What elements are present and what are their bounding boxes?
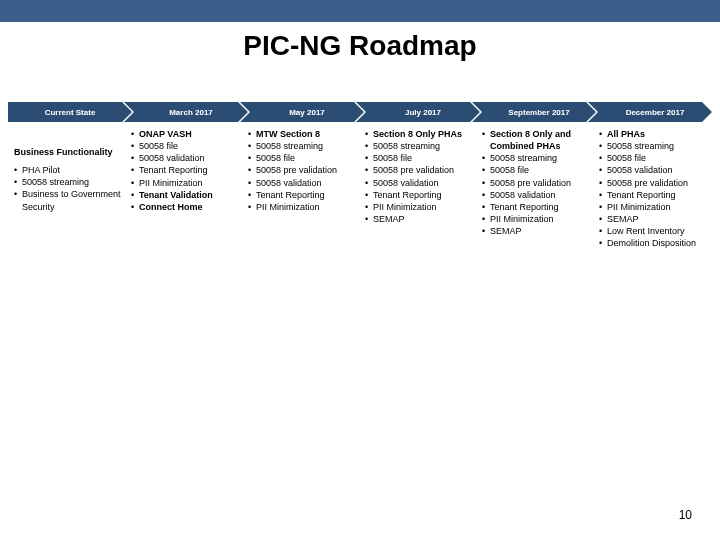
list-item: 50058 file bbox=[365, 152, 474, 164]
list-item: 50058 pre validation bbox=[482, 177, 591, 189]
list-item: SEMAP bbox=[365, 213, 474, 225]
header-arrow: December 2017 bbox=[588, 102, 712, 122]
list-item: 50058 file bbox=[482, 164, 591, 176]
header-label: September 2017 bbox=[472, 102, 596, 122]
list-item: Low Rent Inventory bbox=[599, 225, 708, 237]
page-title: PIC-NG Roadmap bbox=[0, 30, 720, 62]
item-list: Section 8 Only PHAs 50058 streaming 5005… bbox=[365, 128, 474, 225]
list-item: Tenant Reporting bbox=[365, 189, 474, 201]
column-current-state: Business Functionality PHA Pilot 50058 s… bbox=[8, 124, 127, 253]
lead-label: Section 8 Only PHAs bbox=[373, 129, 462, 139]
list-item: 50058 pre validation bbox=[248, 164, 357, 176]
list-item: Tenant Reporting bbox=[482, 201, 591, 213]
header-label: Current State bbox=[8, 102, 132, 122]
header-arrow: July 2017 bbox=[356, 102, 480, 122]
list-item: PII Minimization bbox=[131, 177, 240, 189]
list-item: 50058 validation bbox=[599, 164, 708, 176]
list-item: 50058 streaming bbox=[482, 152, 591, 164]
column-headers: Current State March 2017 May 2017 July 2… bbox=[8, 102, 712, 122]
bold-label: Tenant Validation bbox=[139, 190, 213, 200]
list-item: PII Minimization bbox=[599, 201, 708, 213]
list-item: 50058 file bbox=[131, 140, 240, 152]
list-item: Tenant Validation bbox=[131, 189, 240, 201]
header-label: May 2017 bbox=[240, 102, 364, 122]
list-item: 50058 streaming bbox=[14, 176, 123, 188]
list-item: PHA Pilot bbox=[14, 164, 123, 176]
list-item: SEMAP bbox=[482, 225, 591, 237]
item-list: MTW Section 8 50058 streaming 50058 file… bbox=[248, 128, 357, 213]
header-arrow: Current State bbox=[8, 102, 132, 122]
list-item: ONAP VASH bbox=[131, 128, 240, 140]
list-item: PII Minimization bbox=[248, 201, 357, 213]
list-item: Business to Government Security bbox=[14, 188, 123, 212]
page-number: 10 bbox=[679, 508, 692, 522]
list-item: Connect Home bbox=[131, 201, 240, 213]
column-heading: Business Functionality bbox=[14, 146, 123, 158]
lead-label: MTW Section 8 bbox=[256, 129, 320, 139]
column-march-2017: ONAP VASH 50058 file 50058 validation Te… bbox=[119, 124, 244, 253]
header-arrow: May 2017 bbox=[240, 102, 364, 122]
list-item: 50058 pre validation bbox=[365, 164, 474, 176]
header-label: July 2017 bbox=[356, 102, 480, 122]
item-list: All PHAs 50058 streaming 50058 file 5005… bbox=[599, 128, 708, 249]
list-item: 50058 validation bbox=[482, 189, 591, 201]
header-arrow: September 2017 bbox=[472, 102, 596, 122]
lead-label: Section 8 Only and Combined PHAs bbox=[490, 129, 571, 151]
column-may-2017: MTW Section 8 50058 streaming 50058 file… bbox=[236, 124, 361, 253]
column-september-2017: Section 8 Only and Combined PHAs 50058 s… bbox=[470, 124, 595, 253]
list-item: 50058 validation bbox=[248, 177, 357, 189]
roadmap-container: Current State March 2017 May 2017 July 2… bbox=[0, 102, 720, 253]
item-list: ONAP VASH 50058 file 50058 validation Te… bbox=[131, 128, 240, 213]
list-item: PII Minimization bbox=[365, 201, 474, 213]
header-arrow: March 2017 bbox=[124, 102, 248, 122]
list-item: Section 8 Only PHAs bbox=[365, 128, 474, 140]
list-item: Tenant Reporting bbox=[599, 189, 708, 201]
list-item: 50058 pre validation bbox=[599, 177, 708, 189]
column-december-2017: All PHAs 50058 streaming 50058 file 5005… bbox=[587, 124, 712, 253]
header-label: December 2017 bbox=[588, 102, 712, 122]
list-item: 50058 file bbox=[248, 152, 357, 164]
column-july-2017: Section 8 Only PHAs 50058 streaming 5005… bbox=[353, 124, 478, 253]
list-item: Tenant Reporting bbox=[131, 164, 240, 176]
list-item: 50058 file bbox=[599, 152, 708, 164]
list-item: Tenant Reporting bbox=[248, 189, 357, 201]
list-item: 50058 streaming bbox=[248, 140, 357, 152]
list-item: MTW Section 8 bbox=[248, 128, 357, 140]
item-list: Section 8 Only and Combined PHAs 50058 s… bbox=[482, 128, 591, 237]
list-item: Demolition Disposition bbox=[599, 237, 708, 249]
item-list: PHA Pilot 50058 streaming Business to Go… bbox=[14, 164, 123, 213]
list-item: PII Minimization bbox=[482, 213, 591, 225]
column-body-row: Business Functionality PHA Pilot 50058 s… bbox=[8, 124, 712, 253]
lead-label: All PHAs bbox=[607, 129, 645, 139]
header-label: March 2017 bbox=[124, 102, 248, 122]
top-bar bbox=[0, 0, 720, 22]
list-item: All PHAs bbox=[599, 128, 708, 140]
lead-label: ONAP VASH bbox=[139, 129, 192, 139]
list-item: Section 8 Only and Combined PHAs bbox=[482, 128, 591, 152]
list-item: SEMAP bbox=[599, 213, 708, 225]
list-item: 50058 validation bbox=[365, 177, 474, 189]
list-item: 50058 streaming bbox=[599, 140, 708, 152]
bold-label: Connect Home bbox=[139, 202, 203, 212]
list-item: 50058 validation bbox=[131, 152, 240, 164]
slide: PIC-NG Roadmap Current State March 2017 … bbox=[0, 0, 720, 540]
list-item: 50058 streaming bbox=[365, 140, 474, 152]
